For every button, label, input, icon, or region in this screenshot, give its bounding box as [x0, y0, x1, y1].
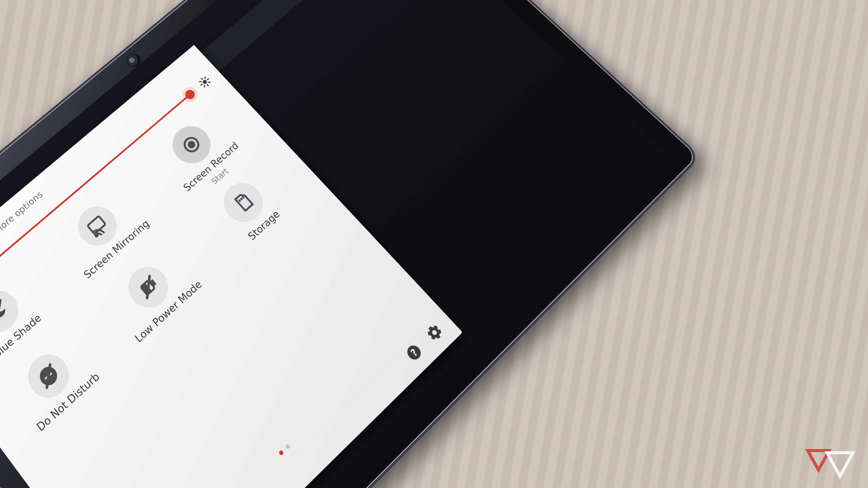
help-icon[interactable]: ? [403, 341, 426, 365]
svg-line-10 [201, 78, 203, 79]
svg-line-27 [242, 196, 244, 198]
svg-line-11 [207, 85, 208, 86]
page-dot[interactable] [278, 450, 284, 456]
svg-point-9 [202, 79, 208, 85]
brightness-high-icon [196, 74, 213, 90]
svg-line-16 [204, 86, 206, 87]
page-dot[interactable] [285, 444, 290, 450]
site-watermark [803, 446, 859, 482]
svg-line-25 [239, 200, 241, 202]
svg-line-14 [199, 81, 201, 83]
svg-line-13 [207, 79, 208, 79]
tablet-screen: ▦Apps ▶Prime Video kidsAmazon Kids huluH… [0, 0, 667, 488]
svg-point-21 [188, 141, 195, 148]
svg-marker-31 [827, 453, 853, 476]
gear-icon[interactable] [423, 321, 446, 345]
tablet-frame: ▦Apps ▶Prime Video kidsAmazon Kids huluH… [0, 0, 702, 488]
svg-line-12 [201, 84, 202, 85]
svg-point-19 [95, 234, 98, 237]
svg-line-17 [204, 77, 206, 78]
svg-line-26 [241, 198, 242, 200]
scene-photo: ▦Apps ▶Prime Video kidsAmazon Kids huluH… [0, 0, 868, 488]
svg-line-15 [208, 82, 210, 83]
